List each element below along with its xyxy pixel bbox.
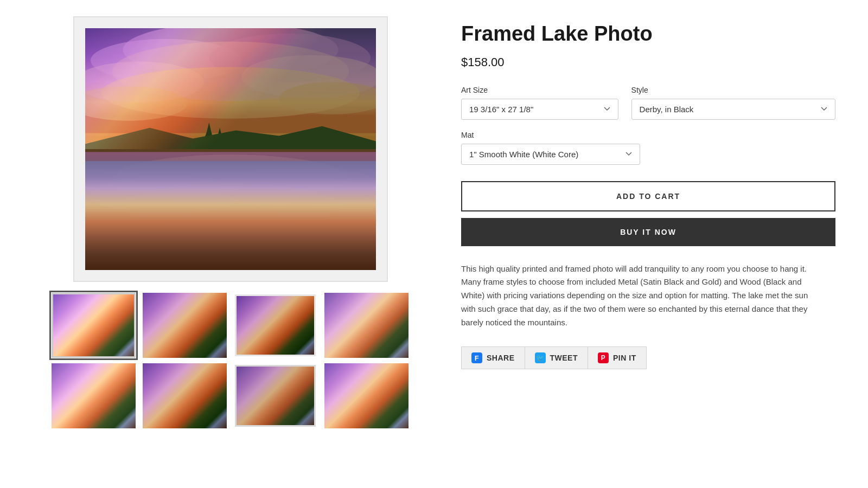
product-image-svg xyxy=(85,28,376,270)
thumbnail-3-image xyxy=(235,294,316,356)
svg-rect-18 xyxy=(85,152,376,270)
mat-select[interactable]: 1" Smooth White (White Core) No Mat 1" B… xyxy=(461,144,640,165)
add-to-cart-button[interactable]: ADD TO CART xyxy=(461,181,835,211)
thumbnail-2-image xyxy=(143,293,227,358)
svg-point-19 xyxy=(112,155,349,203)
thumbnail-6[interactable] xyxy=(143,363,227,428)
share-label: SHARE xyxy=(487,354,515,362)
style-select[interactable]: Derby, in Black Derby, in White Metal Sa… xyxy=(631,99,835,120)
tweet-button[interactable]: 🐦 TWEET xyxy=(525,346,589,369)
main-product-image xyxy=(85,28,376,270)
thumbnail-7[interactable] xyxy=(233,363,317,428)
thumbnail-4[interactable] xyxy=(324,293,409,358)
svg-point-21 xyxy=(220,166,376,207)
art-size-select[interactable]: 19 3/16" x 27 1/8" 13" x 19" 24" x 36" 3… xyxy=(461,99,618,120)
pinterest-icon: P xyxy=(598,352,609,363)
mat-select-wrapper: 1" Smooth White (White Core) No Mat 1" B… xyxy=(461,144,640,165)
thumbnail-1-image xyxy=(53,294,134,356)
thumbnail-3[interactable] xyxy=(233,293,317,358)
thumbnail-grid xyxy=(52,293,410,428)
twitter-icon: 🐦 xyxy=(535,352,546,363)
left-column xyxy=(33,16,429,428)
right-column: Framed Lake Photo $158.00 Art Size 19 3/… xyxy=(461,16,835,428)
tweet-label: TWEET xyxy=(550,354,578,362)
style-label: Style xyxy=(631,86,835,94)
style-group: Style Derby, in Black Derby, in White Me… xyxy=(631,86,835,120)
main-image-wrapper xyxy=(73,16,388,282)
thumbnail-6-image xyxy=(143,363,227,428)
svg-point-22 xyxy=(123,183,338,228)
product-description: This high quality printed and framed pho… xyxy=(461,262,808,330)
product-title: Framed Lake Photo xyxy=(461,22,835,47)
svg-point-20 xyxy=(91,176,241,214)
thumbnail-2[interactable] xyxy=(143,293,227,358)
thumbnail-5-image xyxy=(52,363,136,428)
pin-label: PIN IT xyxy=(613,354,636,362)
facebook-icon: f xyxy=(471,352,482,363)
art-size-label: Art Size xyxy=(461,86,618,94)
thumbnail-8[interactable] xyxy=(324,363,409,428)
pin-button[interactable]: P PIN IT xyxy=(588,346,647,369)
social-buttons: f SHARE 🐦 TWEET P PIN IT xyxy=(461,346,835,369)
thumbnail-5[interactable] xyxy=(52,363,136,428)
mat-group: Mat 1" Smooth White (White Core) No Mat … xyxy=(461,131,835,165)
page-container: Framed Lake Photo $158.00 Art Size 19 3/… xyxy=(0,0,868,445)
thumbnail-7-image xyxy=(235,365,316,427)
product-price: $158.00 xyxy=(461,55,835,69)
options-row-1: Art Size 19 3/16" x 27 1/8" 13" x 19" 24… xyxy=(461,86,835,120)
thumbnail-4-image xyxy=(324,293,409,358)
thumbnail-8-image xyxy=(324,363,409,428)
mat-label: Mat xyxy=(461,131,835,139)
share-button[interactable]: f SHARE xyxy=(461,346,525,369)
thumbnail-1[interactable] xyxy=(52,293,136,358)
art-size-group: Art Size 19 3/16" x 27 1/8" 13" x 19" 24… xyxy=(461,86,618,120)
mat-row: Mat 1" Smooth White (White Core) No Mat … xyxy=(461,131,835,165)
buy-it-now-button[interactable]: BUY IT NOW xyxy=(461,218,835,246)
